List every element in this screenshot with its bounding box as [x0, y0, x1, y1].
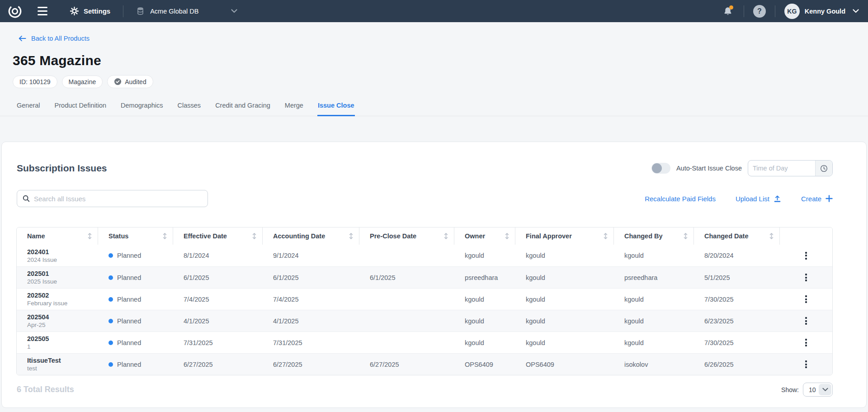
status-dot-icon: [108, 341, 113, 345]
database-selected-label: Acme Global DB: [150, 8, 198, 15]
column-header-accounting-date[interactable]: Accounting Date: [263, 227, 359, 245]
search-input[interactable]: [34, 195, 202, 203]
changed-by-cell: kgould: [614, 332, 694, 353]
accounting-date-cell: 7/31/2025: [263, 332, 359, 353]
status-label: Planned: [117, 274, 141, 281]
time-of-day-field: [748, 160, 833, 176]
column-header-name[interactable]: Name: [17, 227, 98, 245]
audited-badge: Audited: [107, 75, 153, 88]
database-selector[interactable]: Acme Global DB: [136, 7, 237, 15]
upload-icon: [774, 195, 781, 203]
sort-icon: [349, 232, 354, 240]
status-cell: Planned: [98, 267, 173, 288]
tab-credit-and-gracing[interactable]: Credit and Gracing: [215, 97, 271, 116]
final-approver-cell: kgould: [515, 289, 614, 310]
table-footer: 6 Total Results Show: 10: [2, 375, 866, 397]
table-row[interactable]: 202401 2024 Issue Planned 8/1/2024 9/1/2…: [17, 245, 832, 266]
gear-icon: [70, 6, 79, 16]
page-size-value: 10: [809, 386, 816, 393]
final-approver-cell: OPS6409: [515, 354, 614, 375]
database-icon: [136, 7, 145, 15]
panel-heading: Subscription Issues: [17, 163, 107, 174]
sort-icon: [769, 232, 774, 240]
product-tabs: General Product Definition Demographics …: [0, 97, 868, 116]
create-button[interactable]: Create: [801, 195, 833, 203]
issue-name-cell: 202501 2025 Issue: [17, 267, 98, 288]
chevron-down-icon: [819, 384, 831, 395]
row-menu-button[interactable]: [801, 358, 811, 371]
back-to-products-link[interactable]: Back to All Products: [18, 35, 90, 42]
issues-table: Name Status Effective Date Accounting Da…: [16, 227, 833, 375]
check-circle-icon: [114, 78, 122, 85]
changed-date-cell: 6/23/2025: [694, 310, 780, 331]
recalculate-label: Recalculate Paid Fields: [645, 195, 716, 203]
tab-general[interactable]: General: [16, 97, 41, 116]
column-header-effective-date[interactable]: Effective Date: [173, 227, 263, 245]
row-actions-cell: [780, 332, 832, 353]
pre-close-date-cell: [359, 332, 454, 353]
tab-product-definition[interactable]: Product Definition: [54, 97, 107, 116]
nav-settings[interactable]: Settings: [70, 6, 110, 16]
table-row[interactable]: 202502 February issue Planned 7/4/2025 7…: [17, 288, 832, 310]
status-label: Planned: [117, 339, 141, 346]
help-button[interactable]: ?: [753, 5, 766, 18]
column-header-final-approver[interactable]: Final Approver: [515, 227, 614, 245]
search-field: [17, 190, 208, 207]
row-menu-button[interactable]: [801, 293, 811, 306]
auto-start-toggle[interactable]: [651, 163, 670, 174]
tab-issue-close[interactable]: Issue Close: [317, 97, 355, 116]
tab-demographics[interactable]: Demographics: [120, 97, 164, 116]
column-header-owner[interactable]: Owner: [454, 227, 515, 245]
pre-close-date-cell: [359, 310, 454, 331]
sort-icon: [87, 232, 92, 240]
issue-subtitle: February issue: [27, 300, 67, 307]
status-cell: Planned: [98, 354, 173, 375]
status-label: Planned: [117, 361, 141, 368]
row-menu-button[interactable]: [801, 271, 811, 284]
final-approver-cell: kgould: [515, 310, 614, 331]
column-header-changed-date[interactable]: Changed Date: [694, 227, 780, 245]
column-header-changed-by[interactable]: Changed By: [614, 227, 694, 245]
user-menu[interactable]: KG Kenny Gould: [784, 4, 859, 19]
table-row[interactable]: 202504 Apr-25 Planned 4/1/2025 4/1/2025 …: [17, 310, 832, 331]
effective-date-cell: 8/1/2024: [173, 245, 263, 266]
status-dot-icon: [108, 319, 113, 323]
effective-date-cell: 6/27/2025: [173, 354, 263, 375]
nav-divider: [775, 5, 775, 17]
issue-subtitle: 2024 Issue: [27, 256, 57, 263]
avatar: KG: [784, 4, 800, 19]
owner-cell: kgould: [454, 310, 515, 331]
product-id-badge: ID: 100129: [13, 76, 57, 88]
status-dot-icon: [108, 253, 113, 258]
show-label: Show:: [781, 386, 799, 393]
row-actions-cell: [780, 245, 832, 266]
table-row[interactable]: 202505 1 Planned 7/31/2025 7/31/2025 kgo…: [17, 331, 832, 353]
recalculate-paid-fields-button[interactable]: Recalculate Paid Fields: [645, 195, 716, 203]
status-cell: Planned: [98, 289, 173, 310]
pre-close-date-cell: [359, 289, 454, 310]
status-dot-icon: [108, 275, 113, 280]
page-title: 365 Magazine: [13, 53, 855, 68]
notifications-button[interactable]: [721, 5, 735, 18]
page-size-select[interactable]: 10: [803, 383, 833, 397]
table-row[interactable]: ItissueTest test Planned 6/27/2025 6/27/…: [17, 353, 832, 375]
column-header-status[interactable]: Status: [98, 227, 173, 245]
time-of-day-input[interactable]: [748, 165, 815, 172]
hamburger-menu-icon[interactable]: [33, 2, 52, 20]
badges-row: ID: 100129 Magazine Audited: [13, 75, 855, 88]
table-row[interactable]: 202501 2025 Issue Planned 6/1/2025 6/1/2…: [17, 266, 832, 288]
upload-list-button[interactable]: Upload List: [736, 195, 781, 203]
time-picker-button[interactable]: [815, 161, 832, 176]
column-header-pre-close-date[interactable]: Pre-Close Date: [359, 227, 454, 245]
final-approver-cell: kgould: [515, 245, 614, 266]
row-menu-button[interactable]: [801, 336, 811, 349]
tab-classes[interactable]: Classes: [177, 97, 202, 116]
pre-close-date-cell: 6/27/2025: [359, 354, 454, 375]
pre-close-date-cell: 6/1/2025: [359, 267, 454, 288]
status-label: Planned: [117, 252, 141, 259]
app-logo-icon[interactable]: [6, 3, 24, 20]
row-menu-button[interactable]: [801, 249, 811, 262]
tab-merge[interactable]: Merge: [284, 97, 304, 116]
changed-by-cell: psreedhara: [614, 267, 694, 288]
row-menu-button[interactable]: [801, 314, 811, 327]
